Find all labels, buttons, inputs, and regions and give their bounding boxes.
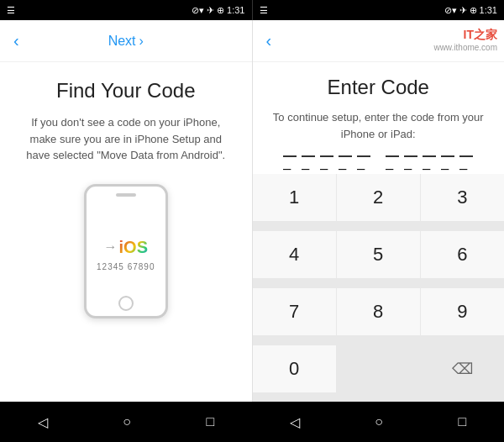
- battery-icon-2: ⊕: [470, 5, 477, 16]
- watermark-url: www.ithome.com: [433, 42, 497, 53]
- back-nav-btn-left[interactable]: ◁: [24, 408, 61, 437]
- numpad-key-8[interactable]: 8: [337, 288, 420, 335]
- find-code-title: Find Your Code: [56, 79, 195, 103]
- numpad-key-4[interactable]: 4: [253, 231, 336, 278]
- watermark-logo: IT之家: [433, 27, 497, 42]
- phone-home-button: [118, 296, 134, 311]
- numpad-key-1[interactable]: 1: [253, 174, 336, 221]
- code-char-10: _: [459, 155, 473, 157]
- bottom-nav-left: ◁ ○ □: [0, 402, 252, 442]
- status-bar-left-time-area: ⊘▾ ✈ ⊕ 1:31: [192, 5, 244, 16]
- code-char-8: _: [423, 155, 436, 157]
- code-char-7: _: [404, 155, 417, 157]
- time-left: 1:31: [227, 5, 244, 15]
- bottom-nav-right: ◁ ○ □: [252, 402, 504, 442]
- right-content: Enter Code To continue setup, enter the …: [253, 62, 505, 174]
- bottom-nav-bars: ◁ ○ □ ◁ ○ □: [0, 402, 504, 442]
- code-char-1: _: [283, 155, 297, 157]
- right-panel: ‹ IT之家 www.ithome.com Enter Code To cont…: [253, 20, 505, 402]
- code-char-3: _: [320, 155, 333, 157]
- code-char-6: _: [386, 155, 399, 157]
- recent-nav-btn-left[interactable]: □: [193, 408, 228, 436]
- phone-mockup: → iOS 12345 67890: [84, 184, 168, 318]
- next-button[interactable]: Next ›: [108, 34, 144, 49]
- battery-icon: ⊕: [217, 5, 224, 16]
- left-content: Find Your Code If you don't see a code o…: [0, 62, 252, 402]
- back-button-left[interactable]: ‹: [13, 31, 19, 50]
- numpad-empty: [337, 345, 420, 392]
- status-bars: ☰ ⊘▾ ✈ ⊕ 1:31 ☰ ⊘▾ ✈ ⊕ 1:31: [0, 0, 504, 20]
- notification-icon-2: ☰: [260, 5, 268, 16]
- enter-code-title: Enter Code: [328, 76, 429, 99]
- airplane-icon-2: ✈: [459, 5, 467, 16]
- code-display: _ _ _ _ _ _ _ _ _ _: [283, 155, 473, 160]
- phone-code-display: 12345 67890: [97, 262, 155, 271]
- numpad: 1 2 3 4 5 6 7 8 9 0 ⌫: [253, 174, 505, 402]
- status-bar-left-icons: ☰: [7, 5, 15, 16]
- code-segment-1: _ _ _ _ _: [283, 155, 370, 160]
- code-char-9: _: [441, 155, 454, 157]
- code-segment-2: _ _ _ _ _: [386, 155, 473, 160]
- watermark: IT之家 www.ithome.com: [433, 27, 497, 53]
- home-nav-btn-right[interactable]: ○: [361, 408, 396, 436]
- phone-speaker: [116, 193, 136, 197]
- phone-screen: → iOS 12345 67890: [92, 213, 160, 297]
- left-nav-bar: ‹ Next ›: [0, 20, 252, 62]
- recent-nav-btn-right[interactable]: □: [445, 408, 480, 436]
- ios-arrow-icon: →: [104, 239, 118, 255]
- enter-code-description: To continue setup, enter the code from y…: [270, 109, 488, 142]
- right-nav-bar: ‹ IT之家 www.ithome.com: [253, 20, 505, 62]
- numpad-key-0[interactable]: 0: [253, 345, 336, 392]
- status-bar-left: ☰ ⊘▾ ✈ ⊕ 1:31: [0, 0, 252, 20]
- code-char-4: _: [339, 155, 352, 157]
- numpad-delete-button[interactable]: ⌫: [421, 345, 504, 392]
- numpad-key-7[interactable]: 7: [253, 288, 336, 335]
- numpad-key-3[interactable]: 3: [421, 174, 504, 221]
- back-nav-btn-right[interactable]: ◁: [276, 408, 313, 437]
- numpad-key-2[interactable]: 2: [337, 174, 420, 221]
- code-char-5: _: [357, 155, 370, 157]
- ios-logo: → iOS: [104, 238, 148, 257]
- status-bar-right-icons: ☰: [260, 5, 268, 16]
- signal-icon-2: ⊘▾: [444, 5, 457, 16]
- next-label: Next: [108, 34, 136, 49]
- time-right: 1:31: [480, 5, 497, 15]
- code-char-2: _: [302, 155, 315, 157]
- next-chevron-icon: ›: [139, 34, 144, 49]
- numpad-key-5[interactable]: 5: [337, 231, 420, 278]
- main-content: ‹ Next › Find Your Code If you don't see…: [0, 20, 504, 402]
- home-nav-btn-left[interactable]: ○: [109, 408, 144, 436]
- numpad-key-9[interactable]: 9: [421, 288, 504, 335]
- airplane-icon: ✈: [207, 5, 214, 16]
- status-bar-right-time-area: ⊘▾ ✈ ⊕ 1:31: [444, 5, 497, 16]
- find-code-description: If you don't see a code on your iPhone, …: [20, 114, 232, 164]
- ios-text: iOS: [119, 238, 148, 257]
- notification-icon: ☰: [7, 5, 15, 16]
- status-bar-right: ☰ ⊘▾ ✈ ⊕ 1:31: [253, 0, 505, 20]
- signal-icon: ⊘▾: [192, 5, 204, 16]
- back-button-right[interactable]: ‹: [266, 31, 272, 50]
- left-panel: ‹ Next › Find Your Code If you don't see…: [0, 20, 253, 402]
- numpad-key-6[interactable]: 6: [421, 231, 504, 278]
